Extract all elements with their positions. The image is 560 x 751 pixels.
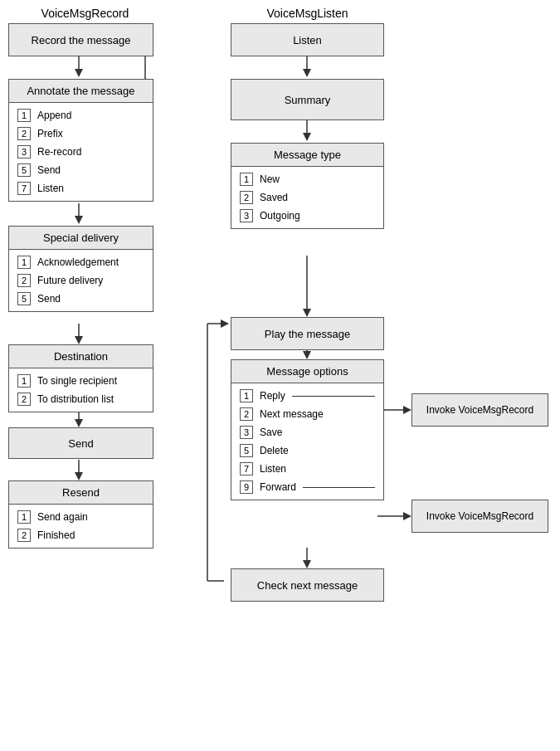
diagram-container: VoiceMsgRecord VoiceMsgListen Record the… <box>0 0 560 751</box>
listen-box: Listen <box>231 23 384 56</box>
send-label: Send <box>68 437 93 450</box>
list-item: 3 Save <box>240 423 375 441</box>
list-item: 7 Listen <box>17 179 144 198</box>
send-box: Send <box>8 427 153 459</box>
invoke2-box: Invoke VoiceMsgRecord <box>411 500 548 533</box>
summary-box: Summary <box>231 79 384 120</box>
left-column-header: VoiceMsgRecord <box>12 7 158 20</box>
svg-marker-15 <box>303 69 311 77</box>
invoke2-label: Invoke VoiceMsgRecord <box>426 510 533 522</box>
special-delivery-header: Special delivery <box>9 227 153 250</box>
svg-marker-31 <box>403 512 411 520</box>
list-item: 5 Send <box>17 290 144 308</box>
list-item: 2 Prefix <box>17 124 144 143</box>
special-delivery-options: 1 Acknowledgement 2 Future delivery 5 Se… <box>9 250 153 311</box>
list-item: 2 Saved <box>240 188 375 207</box>
special-delivery-box: Special delivery 1 Acknowledgement 2 Fut… <box>8 226 153 312</box>
check-next-label: Check next message <box>257 579 358 592</box>
check-next-box: Check next message <box>231 568 384 602</box>
annotate-options: 1 Append 2 Prefix 3 Re-record 5 Send 7 L… <box>9 103 153 201</box>
destination-header: Destination <box>9 345 153 368</box>
svg-marker-21 <box>303 351 311 359</box>
message-type-box: Message type 1 New 2 Saved 3 Outgoing <box>231 143 384 229</box>
invoke1-box: Invoke VoiceMsgRecord <box>411 393 548 427</box>
svg-marker-1 <box>75 69 83 77</box>
resend-options: 1 Send again 2 Finished <box>9 505 153 548</box>
list-item: 9 Forward <box>240 478 375 496</box>
list-item: 3 Outgoing <box>240 207 375 225</box>
list-item: 1 Reply <box>240 387 375 405</box>
svg-marker-19 <box>303 309 311 317</box>
annotate-header: Annotate the message <box>9 80 153 103</box>
summary-label: Summary <box>285 94 331 106</box>
list-item: 5 Delete <box>240 441 375 460</box>
play-label: Play the message <box>265 328 350 340</box>
list-item: 1 Append <box>17 106 144 124</box>
message-type-header: Message type <box>231 144 383 167</box>
message-options-options: 1 Reply 2 Next message 3 Save 5 Delete 7… <box>231 383 383 500</box>
record-box: Record the message <box>8 23 153 56</box>
listen-label: Listen <box>293 34 322 46</box>
svg-marker-9 <box>75 472 83 480</box>
list-item: 2 Next message <box>240 405 375 423</box>
list-item: 1 To single recipient <box>17 372 144 390</box>
message-type-options: 1 New 2 Saved 3 Outgoing <box>231 167 383 228</box>
svg-marker-5 <box>75 336 83 344</box>
destination-options: 1 To single recipient 2 To distribution … <box>9 368 153 412</box>
list-item: 2 Future delivery <box>17 271 144 290</box>
list-item: 1 Acknowledgement <box>17 253 144 271</box>
annotate-box: Annotate the message 1 Append 2 Prefix 3… <box>8 79 153 202</box>
list-item: 1 Send again <box>17 508 144 526</box>
list-item: 2 To distribution list <box>17 390 144 408</box>
resend-header: Resend <box>9 481 153 505</box>
play-box: Play the message <box>231 317 384 350</box>
destination-box: Destination 1 To single recipient 2 To d… <box>8 344 153 412</box>
svg-marker-7 <box>75 419 83 427</box>
svg-marker-23 <box>303 560 311 568</box>
list-item: 7 Listen <box>240 460 375 478</box>
list-item: 1 New <box>240 170 375 188</box>
message-options-box: Message options 1 Reply 2 Next message 3… <box>231 359 384 500</box>
resend-box: Resend 1 Send again 2 Finished <box>8 480 153 549</box>
svg-marker-29 <box>403 406 411 414</box>
message-options-header: Message options <box>231 360 383 383</box>
record-label: Record the message <box>32 34 131 46</box>
list-item: 2 Finished <box>17 526 144 544</box>
svg-marker-17 <box>303 133 311 141</box>
list-item: 5 Send <box>17 161 144 179</box>
svg-marker-3 <box>75 216 83 224</box>
svg-marker-27 <box>221 319 229 328</box>
invoke1-label: Invoke VoiceMsgRecord <box>426 404 533 416</box>
right-column-header: VoiceMsgListen <box>231 7 384 20</box>
list-item: 3 Re-record <box>17 143 144 161</box>
